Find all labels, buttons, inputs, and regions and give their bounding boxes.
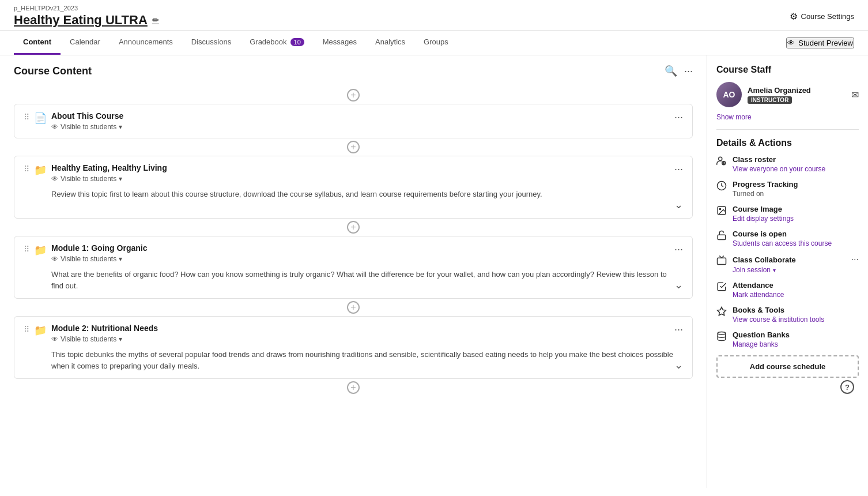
progress-tracking-title: Progress Tracking: [733, 180, 859, 189]
help-area: ?: [716, 378, 859, 396]
gradebook-badge: 10: [290, 38, 304, 46]
avatar: AO: [716, 82, 742, 107]
question-banks-link[interactable]: Manage banks: [733, 340, 859, 348]
add-circle-bottom[interactable]: +: [347, 381, 360, 394]
add-row-bottom[interactable]: +: [14, 379, 693, 396]
healthy-chevron-button[interactable]: ⌄: [674, 198, 683, 211]
healthy-item-title: Healthy Eating, Healthy Living: [51, 163, 542, 172]
edit-title-icon[interactable]: ✏: [152, 16, 159, 25]
books-tools-link[interactable]: View course & institution tools: [733, 315, 859, 324]
folder-icon-2: 📁: [34, 244, 47, 257]
class-roster-title: Class roster: [733, 155, 859, 164]
content-area-title: Course Content: [14, 65, 92, 77]
module2-more-button[interactable]: ···: [674, 324, 683, 336]
show-more-link[interactable]: Show more: [716, 113, 752, 121]
question-banks-content: Question Banks Manage banks: [733, 330, 859, 348]
content-item-module1-left: ⠿ 📁 Module 1: Going Organic 👁 Visible to…: [24, 243, 674, 291]
svg-point-0: [719, 157, 722, 160]
about-visibility[interactable]: 👁 Visible to students ▾: [51, 123, 123, 131]
module2-chevron-button[interactable]: ⌄: [674, 359, 683, 371]
tab-groups[interactable]: Groups: [414, 31, 458, 55]
join-session-anchor[interactable]: Join session: [733, 266, 771, 274]
add-row-top[interactable]: +: [14, 87, 693, 104]
module1-more-button[interactable]: ···: [674, 243, 683, 255]
svg-point-7: [718, 332, 726, 335]
document-icon: 📄: [34, 112, 47, 125]
class-roster-content: Class roster View everyone on your cours…: [733, 155, 859, 173]
action-course-image: Course Image Edit display settings: [716, 205, 859, 223]
about-more-button[interactable]: ···: [674, 111, 683, 123]
add-schedule-section[interactable]: Add course schedule: [716, 355, 859, 378]
books-tools-icon: [716, 306, 728, 319]
module1-visibility[interactable]: 👁 Visible to students ▾: [51, 255, 674, 263]
course-image-content: Course Image Edit display settings: [733, 205, 859, 223]
add-circle-1[interactable]: +: [347, 141, 360, 153]
search-button[interactable]: 🔍: [665, 65, 677, 77]
action-books-tools: Books & Tools View course & institution …: [716, 306, 859, 324]
module1-item-desc: What are the benefits of organic food? H…: [51, 269, 674, 291]
top-header: p_HEHLTPDv21_2023 Healthy Eating ULTRA ✏…: [0, 0, 868, 31]
module2-visibility[interactable]: 👁 Visible to students ▾: [51, 335, 674, 343]
staff-name: Amelia Organized: [748, 86, 846, 95]
add-schedule-label: Add course schedule: [750, 362, 825, 371]
tab-calendar[interactable]: Calendar: [61, 31, 110, 55]
attendance-content: Attendance Mark attendance: [733, 281, 859, 299]
add-row-1[interactable]: +: [14, 138, 693, 156]
add-row-2[interactable]: +: [14, 219, 693, 236]
healthy-item-desc: Review this topic first to learn about t…: [51, 189, 542, 200]
add-row-3[interactable]: +: [14, 299, 693, 316]
healthy-item-info: Healthy Eating, Healthy Living 👁 Visible…: [51, 163, 542, 200]
module2-item-title: Module 2: Nutritional Needs: [51, 324, 674, 333]
course-staff-title: Course Staff: [716, 65, 859, 75]
eye-icon: 👁: [51, 123, 58, 131]
add-circle-3[interactable]: +: [347, 301, 360, 314]
staff-row: AO Amelia Organized INSTRUCTOR ✉: [716, 82, 859, 107]
tab-messages[interactable]: Messages: [314, 31, 366, 55]
module2-item-info: Module 2: Nutritional Needs 👁 Visible to…: [51, 324, 674, 371]
tab-announcements[interactable]: Announcements: [110, 31, 182, 55]
content-item-healthy: ⠿ 📁 Healthy Eating, Healthy Living 👁 Vis…: [14, 156, 693, 219]
action-class-roster: Class roster View everyone on your cours…: [716, 155, 859, 173]
help-icon[interactable]: ?: [840, 380, 854, 394]
course-open-title: Course is open: [733, 230, 859, 238]
more-options-button[interactable]: ···: [684, 65, 693, 77]
progress-tracking-content: Progress Tracking Turned on: [733, 180, 859, 198]
collaborate-more-button[interactable]: ···: [851, 254, 859, 265]
visibility-chevron-2: ▾: [119, 175, 122, 183]
tab-gradebook[interactable]: Gradebook 10: [240, 31, 314, 55]
attendance-link[interactable]: Mark attendance: [733, 291, 859, 299]
tab-discussions[interactable]: Discussions: [182, 31, 240, 55]
visibility-chevron-3: ▾: [119, 255, 122, 263]
drag-handle-2[interactable]: ⠿: [24, 164, 29, 174]
healthy-visibility[interactable]: 👁 Visible to students ▾: [51, 175, 542, 183]
drag-handle-4[interactable]: ⠿: [24, 325, 29, 334]
attendance-icon: [716, 281, 728, 294]
module1-chevron-button[interactable]: ⌄: [674, 279, 683, 291]
tab-content[interactable]: Content: [14, 31, 61, 55]
eye-icon-4: 👁: [51, 335, 58, 343]
course-open-content: Course is open Students can access this …: [733, 230, 859, 247]
course-image-link[interactable]: Edit display settings: [733, 215, 859, 223]
content-area: Course Content 🔍 ··· + ⠿ 📄 About Thi: [0, 55, 707, 488]
drag-handle-3[interactable]: ⠿: [24, 245, 29, 254]
healthy-more-button[interactable]: ···: [674, 163, 683, 175]
course-open-icon: [716, 230, 728, 243]
folder-icon-3: 📁: [34, 324, 47, 337]
student-preview-button[interactable]: 👁 Student Preview: [786, 37, 854, 48]
course-open-link[interactable]: Students can access this course: [733, 239, 859, 247]
details-title: Details & Actions: [716, 138, 859, 148]
course-settings-button[interactable]: ⚙ Course Settings: [790, 11, 855, 22]
class-roster-link[interactable]: View everyone on your course: [733, 165, 859, 173]
module2-item-desc: This topic debunks the myths of several …: [51, 349, 674, 371]
drag-handle[interactable]: ⠿: [24, 112, 29, 122]
module1-item-title: Module 1: Going Organic: [51, 243, 674, 253]
add-circle-2[interactable]: +: [347, 221, 360, 234]
about-item-title: About This Course: [51, 111, 123, 121]
content-item-about: ⠿ 📄 About This Course 👁 Visible to stude…: [14, 104, 693, 138]
content-header: Course Content 🔍 ···: [14, 65, 693, 77]
course-image-title: Course Image: [733, 205, 859, 213]
join-session-link[interactable]: Join session ▾: [733, 266, 859, 274]
mail-icon[interactable]: ✉: [851, 89, 859, 100]
tab-analytics[interactable]: Analytics: [366, 31, 414, 55]
add-circle-top[interactable]: +: [347, 89, 360, 102]
